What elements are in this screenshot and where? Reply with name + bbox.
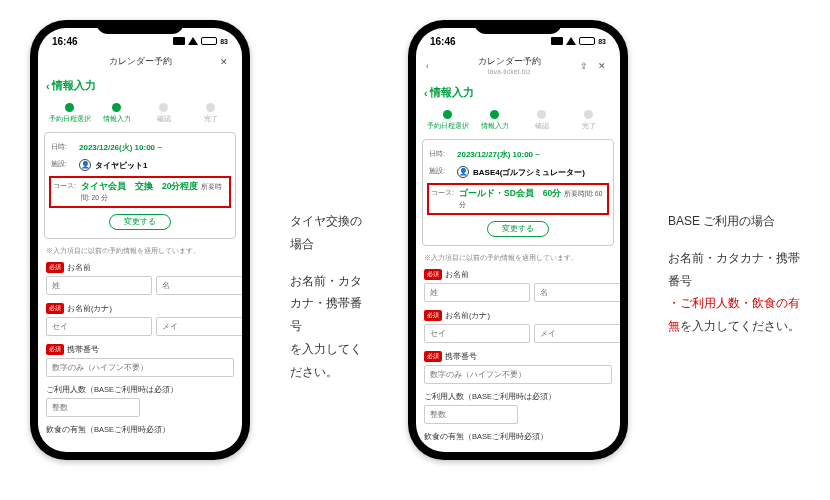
phone-frame: 16:46 83 ‹ カレンダー予約 tava-ticket.biz ⇪ ✕ ‹… — [408, 20, 628, 460]
input-phone[interactable] — [46, 358, 234, 377]
battery-pct: 83 — [598, 38, 606, 45]
required-badge: 必須 — [46, 262, 64, 273]
status-icons: 83 — [173, 37, 228, 45]
input-sei[interactable] — [424, 283, 530, 302]
caption-heading: タイヤ交換の場合 — [290, 210, 368, 256]
caption-line1: お名前・カタカナ・携帯番号 — [290, 270, 368, 338]
page-title: カレンダー予約 — [438, 56, 580, 68]
input-phone[interactable] — [424, 365, 612, 384]
step-label: 完了 — [187, 115, 234, 124]
form-note: ※入力項目に以前の予約情報を適用しています。 — [38, 239, 242, 258]
close-icon[interactable]: ✕ — [220, 57, 232, 67]
breadcrumb[interactable]: ‹ 情報入力 — [416, 79, 620, 106]
label-course: コース: — [431, 188, 459, 210]
field-phone: 必須携帯番号 — [38, 340, 242, 381]
column-phone-2: 16:46 83 ‹ カレンダー予約 tava-ticket.biz ⇪ ✕ ‹… — [408, 20, 628, 460]
reservation-card: 日時: 2023/12/26(火) 10:00 ~ 施設: 👤 タイヤピット1 … — [44, 132, 236, 239]
close-icon[interactable]: ✕ — [598, 61, 610, 71]
battery-pct: 83 — [220, 38, 228, 45]
page-title: カレンダー予約 — [60, 56, 220, 68]
input-guests[interactable] — [424, 405, 518, 424]
label-course: コース: — [53, 181, 81, 203]
input-mei[interactable] — [534, 283, 620, 302]
title-bar: ‹ カレンダー予約 tava-ticket.biz ⇪ ✕ — [416, 50, 620, 79]
field-kana: 必須お名前(カナ) — [416, 306, 620, 347]
notch — [96, 20, 184, 34]
label-phone: 携帯番号 — [67, 345, 99, 355]
input-guests[interactable] — [46, 398, 140, 417]
form-note: ※入力項目に以前の予約情報を適用しています。 — [416, 246, 620, 265]
wifi-icon — [566, 37, 576, 45]
field-guests: ご利用人数（BASEご利用時は必須） — [38, 381, 242, 421]
step-dot — [584, 110, 593, 119]
label-facility: 施設: — [429, 166, 457, 178]
label-date: 日時: — [429, 149, 457, 160]
breadcrumb[interactable]: ‹ 情報入力 — [38, 72, 242, 99]
share-icon[interactable]: ⇪ — [580, 61, 592, 71]
field-name: 必須お名前 — [38, 258, 242, 299]
label-kana: お名前(カナ) — [445, 311, 490, 321]
required-badge: 必須 — [424, 351, 442, 362]
value-course: タイヤ会員 交換 20分程度 — [81, 181, 198, 191]
step-dot — [159, 103, 168, 112]
label-date: 日時: — [51, 142, 79, 153]
notch — [474, 20, 562, 34]
signal-icon — [173, 37, 185, 45]
step-label: 情報入力 — [93, 115, 140, 124]
caption-heading: BASE ご利用の場合 — [668, 210, 800, 233]
required-badge: 必須 — [424, 269, 442, 280]
step-indicator: 予約日程選択 情報入力 確認 完了 — [38, 99, 242, 132]
chevron-left-icon: ‹ — [424, 87, 428, 99]
field-kana: 必須お名前(カナ) — [38, 299, 242, 340]
caption-2: BASE ご利用の場合 お名前・カタカナ・携帯番号 ・ご利用人数・飲食の有無を入… — [668, 210, 800, 460]
status-time: 16:46 — [430, 36, 456, 47]
label-guests: ご利用人数（BASEご利用時は必須） — [46, 385, 178, 395]
course-highlight: コース: タイヤ会員 交換 20分程度 所要時間: 20 分 — [49, 176, 231, 208]
step-dot — [537, 110, 546, 119]
caption-1: タイヤ交換の場合 お名前・カタカナ・携帯番号 を入力してください。 — [290, 210, 368, 460]
value-facility: 👤 BASE4(ゴルフシミュレーター) — [457, 166, 607, 178]
field-food: 飲食の有無（BASEご利用時必須） — [416, 428, 620, 449]
step-label: 確認 — [140, 115, 187, 124]
label-food: 飲食の有無（BASEご利用時必須） — [46, 425, 170, 435]
step-label: 確認 — [518, 122, 565, 131]
input-mei-kana[interactable] — [534, 324, 620, 343]
column-phone-1: 16:46 83 カレンダー予約 ✕ ‹ 情報入力 — [30, 20, 250, 460]
step-label: 完了 — [565, 122, 612, 131]
step-dot — [206, 103, 215, 112]
step-dot — [443, 110, 452, 119]
label-food: 飲食の有無（BASEご利用時必須） — [424, 432, 548, 442]
chevron-left-icon: ‹ — [46, 80, 50, 92]
required-badge: 必須 — [46, 303, 64, 314]
phone-frame: 16:46 83 カレンダー予約 ✕ ‹ 情報入力 — [30, 20, 250, 460]
input-sei[interactable] — [46, 276, 152, 295]
input-sei-kana[interactable] — [424, 324, 530, 343]
value-date: 2023/12/27(水) 10:00 ~ — [457, 149, 607, 160]
page-subtitle: tava-ticket.biz — [438, 68, 580, 75]
input-sei-kana[interactable] — [46, 317, 152, 336]
field-food: 飲食の有無（BASEご利用時必須） — [38, 421, 242, 442]
value-facility: 👤 タイヤピット1 — [79, 159, 229, 171]
required-badge: 必須 — [424, 310, 442, 321]
page-layout: 16:46 83 カレンダー予約 ✕ ‹ 情報入力 — [0, 0, 830, 480]
step-label: 予約日程選択 — [46, 115, 93, 124]
battery-icon — [201, 37, 217, 45]
facility-icon: 👤 — [457, 166, 469, 178]
change-button[interactable]: 変更する — [487, 221, 549, 237]
breadcrumb-label: 情報入力 — [52, 78, 96, 93]
label-kana: お名前(カナ) — [67, 304, 112, 314]
input-mei-kana[interactable] — [156, 317, 242, 336]
back-icon[interactable]: ‹ — [426, 61, 438, 71]
field-phone: 必須携帯番号 — [416, 347, 620, 388]
label-guests: ご利用人数（BASEご利用時は必須） — [424, 392, 556, 402]
change-button[interactable]: 変更する — [109, 214, 171, 230]
screen: 16:46 83 カレンダー予約 ✕ ‹ 情報入力 — [38, 28, 242, 452]
label-phone: 携帯番号 — [445, 352, 477, 362]
label-name: お名前 — [445, 270, 469, 280]
input-mei[interactable] — [156, 276, 242, 295]
battery-icon — [579, 37, 595, 45]
screen: 16:46 83 ‹ カレンダー予約 tava-ticket.biz ⇪ ✕ ‹… — [416, 28, 620, 452]
signal-icon — [551, 37, 563, 45]
field-guests: ご利用人数（BASEご利用時は必須） — [416, 388, 620, 428]
step-label: 情報入力 — [471, 122, 518, 131]
